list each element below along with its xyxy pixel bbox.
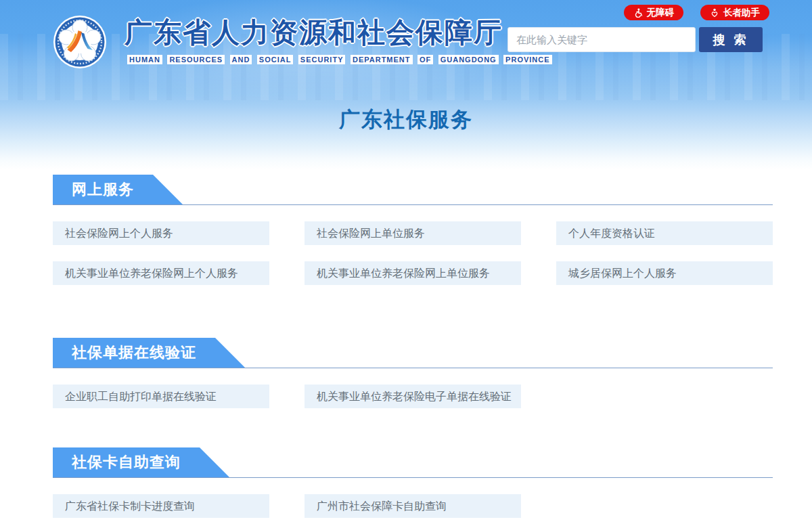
site-subtitle: HUMAN RESOURCES AND SOCIAL SECURITY DEPA… bbox=[127, 53, 554, 65]
brand-block: 广东省人力资源和社会保障厅 HUMAN RESOURCES AND SOCIAL… bbox=[125, 18, 554, 65]
department-emblem-icon bbox=[53, 15, 107, 69]
accessibility-button-label: 无障碍 bbox=[647, 7, 675, 19]
service-link[interactable]: 机关事业单位养老保险网上个人服务 bbox=[53, 261, 269, 285]
page-title: 广东社保服务 bbox=[0, 106, 812, 134]
elder-heart-icon bbox=[710, 8, 719, 18]
accessibility-button[interactable]: 无障碍 bbox=[624, 5, 684, 20]
top-action-buttons: 无障碍 长者助手 bbox=[624, 5, 770, 20]
service-item-grid: 广东省社保卡制卡进度查询 广州市社会保障卡自助查询 bbox=[53, 494, 773, 518]
subtitle-word: RESOURCES bbox=[167, 55, 225, 64]
section-title-ribbon: 社保单据在线验证 bbox=[53, 338, 245, 368]
site-search: 搜 索 bbox=[508, 27, 763, 52]
service-link[interactable]: 广州市社会保障卡自助查询 bbox=[304, 494, 521, 518]
service-link[interactable]: 广东省社保卡制卡进度查询 bbox=[53, 494, 269, 518]
site-logo bbox=[53, 15, 107, 69]
section-online-services: 网上服务 社会保险网上个人服务 社会保险网上单位服务 个人年度资格认证 机关事业… bbox=[53, 175, 773, 285]
service-link[interactable]: 社会保险网上个人服务 bbox=[53, 221, 269, 245]
service-link[interactable]: 企业职工自助打印单据在线验证 bbox=[53, 385, 269, 408]
elder-assistant-button-label: 长者助手 bbox=[723, 7, 760, 19]
subtitle-word: SECURITY bbox=[298, 55, 346, 64]
section-title-ribbon: 社保卡自助查询 bbox=[53, 447, 229, 477]
subtitle-word: GUANGDONG bbox=[438, 55, 499, 64]
service-link[interactable]: 社会保险网上单位服务 bbox=[304, 221, 521, 245]
service-link[interactable]: 机关事业单位养老保险电子单据在线验证 bbox=[304, 385, 521, 408]
search-button[interactable]: 搜 索 bbox=[699, 27, 763, 52]
search-input[interactable] bbox=[508, 27, 696, 52]
subtitle-word: AND bbox=[230, 55, 252, 64]
section-header: 网上服务 bbox=[53, 175, 773, 205]
section-card-self-query: 社保卡自助查询 广东省社保卡制卡进度查询 广州市社会保障卡自助查询 bbox=[53, 447, 773, 518]
service-item-grid: 企业职工自助打印单据在线验证 机关事业单位养老保险电子单据在线验证 bbox=[53, 385, 773, 408]
section-header: 社保单据在线验证 bbox=[53, 338, 773, 368]
service-link[interactable]: 个人年度资格认证 bbox=[556, 221, 773, 245]
subtitle-word: SOCIAL bbox=[257, 55, 294, 64]
site-title: 广东省人力资源和社会保障厅 bbox=[125, 18, 554, 48]
services-main: 网上服务 社会保险网上个人服务 社会保险网上单位服务 个人年度资格认证 机关事业… bbox=[53, 175, 773, 518]
elder-assistant-button[interactable]: 长者助手 bbox=[700, 5, 769, 20]
subtitle-word: HUMAN bbox=[127, 55, 162, 64]
site-header: 广东省人力资源和社会保障厅 HUMAN RESOURCES AND SOCIAL… bbox=[0, 0, 812, 169]
subtitle-word: PROVINCE bbox=[503, 55, 551, 64]
subtitle-word: OF bbox=[418, 55, 433, 64]
wheelchair-icon bbox=[633, 8, 643, 18]
section-header: 社保卡自助查询 bbox=[53, 447, 773, 478]
section-receipt-verification: 社保单据在线验证 企业职工自助打印单据在线验证 机关事业单位养老保险电子单据在线… bbox=[53, 338, 773, 408]
section-title-ribbon: 网上服务 bbox=[53, 175, 183, 204]
subtitle-word: DEPARTMENT bbox=[351, 55, 413, 64]
service-item-grid: 社会保险网上个人服务 社会保险网上单位服务 个人年度资格认证 机关事业单位养老保… bbox=[53, 221, 773, 285]
service-link[interactable]: 机关事业单位养老保险网上单位服务 bbox=[304, 261, 521, 285]
service-link[interactable]: 城乡居保网上个人服务 bbox=[556, 261, 773, 285]
